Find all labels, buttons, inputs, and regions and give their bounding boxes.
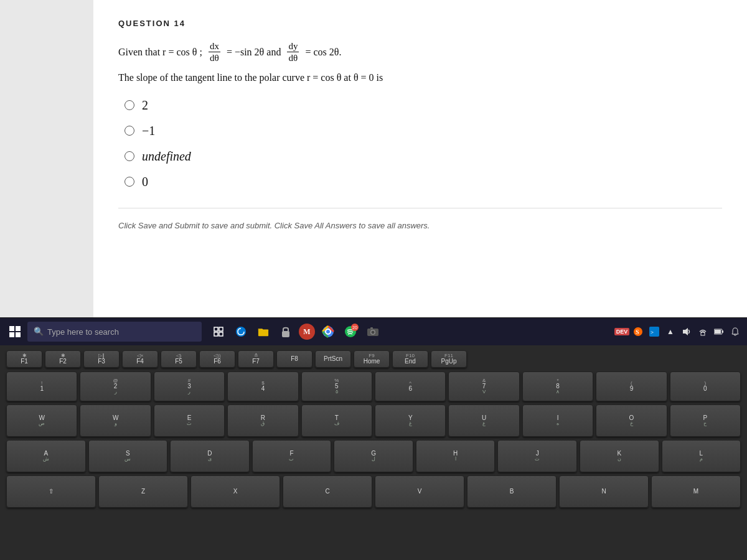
fn-row: ✱ F1 ✱ F2 ▷‖ F3 ◁× F4 ◁) F5 ◁)) F6 ≛ F7 … (6, 350, 741, 368)
key-f3[interactable]: ▷‖ F3 (83, 350, 120, 368)
key-l[interactable]: L م (662, 440, 741, 472)
key-o[interactable]: O خ (596, 404, 667, 437)
key-z[interactable]: Z (98, 475, 188, 508)
options-area: 2 −1 undefined 0 (125, 98, 722, 189)
key-a-arabic: ش (43, 457, 49, 462)
option-row-0: 0 (125, 175, 722, 189)
key-u[interactable]: U ع (448, 404, 519, 437)
key-home[interactable]: F9 Home (354, 350, 390, 368)
key-x[interactable]: X (190, 475, 280, 508)
edge-browser-icon[interactable] (232, 322, 250, 341)
key-y[interactable]: Y غ (375, 404, 446, 437)
key-3[interactable]: # 3 ر (154, 371, 225, 401)
key-d[interactable]: D ی (170, 440, 250, 472)
key-k-arabic: ن (618, 457, 621, 462)
key-w[interactable]: W و (80, 404, 151, 437)
key-0[interactable]: ) 0 (670, 371, 741, 401)
key-f8-main: F8 (291, 356, 298, 362)
mail-icon[interactable]: M (299, 324, 315, 340)
option-label-undefined: undefined (142, 149, 191, 164)
key-f7[interactable]: ≛ F7 (238, 350, 274, 368)
key-l-arabic: م (700, 457, 703, 462)
save-submit-text: Click Save and Submit to save and submit… (118, 208, 722, 230)
radio-option-2[interactable] (125, 100, 134, 110)
key-q[interactable]: W ص (6, 404, 77, 437)
key-g[interactable]: G ل (334, 440, 413, 472)
key-r-arabic: ق (261, 421, 265, 426)
key-f[interactable]: F ب (252, 440, 332, 472)
radio-option-undefined[interactable] (125, 151, 134, 161)
given-line: Given that r = cos θ ; dx dθ = −sin 2θ a… (118, 40, 722, 63)
svg-text:S: S (636, 329, 639, 335)
option-label-neg1: −1 (142, 124, 155, 138)
key-f5[interactable]: ◁) F5 (161, 350, 197, 368)
key-k[interactable]: K ن (580, 440, 659, 472)
key-t[interactable]: T ف (301, 404, 372, 437)
key-9[interactable]: ( 9 (596, 371, 667, 401)
key-j[interactable]: J ت (497, 440, 577, 472)
key-f8[interactable]: F8 (276, 350, 312, 368)
key-h[interactable]: H ا (416, 440, 496, 472)
radio-option-neg1[interactable] (125, 126, 134, 136)
key-b[interactable]: B (467, 475, 557, 508)
key-f2[interactable]: ✱ F2 (45, 350, 81, 368)
key-f1[interactable]: ✱ F1 (6, 350, 42, 368)
key-shift-left-main: ⇧ (49, 488, 54, 495)
key-r[interactable]: R ق (227, 404, 298, 437)
key-2[interactable]: @ 2 ر (80, 371, 151, 401)
notification-icon[interactable] (728, 325, 742, 338)
vscode-icon[interactable]: > (647, 325, 661, 338)
taskbar-right: DEV S > ▲ (615, 325, 742, 338)
key-shift-left[interactable]: ⇧ (6, 475, 96, 508)
key-8[interactable]: * 8 ∧ (522, 371, 593, 401)
taskbar-icons: M 20 (209, 322, 382, 341)
key-f6[interactable]: ◁)) F6 (199, 350, 235, 368)
key-6[interactable]: ^ 6 (375, 371, 446, 401)
key-o-arabic: خ (630, 421, 633, 426)
speaker-icon[interactable] (680, 325, 693, 338)
key-end[interactable]: F10 End (392, 350, 428, 368)
chevron-up-icon[interactable]: ▲ (664, 325, 677, 338)
key-w-arabic: و (115, 421, 117, 426)
spotify-icon[interactable]: 20 (341, 322, 360, 341)
task-view-button[interactable] (209, 322, 228, 341)
key-5[interactable]: % 5 ٥ (301, 371, 372, 401)
number-row: ! 1 @ 2 ر # 3 ر $ 4 % 5 ٥ ^ 6 & 7 V (6, 371, 741, 401)
key-7[interactable]: & 7 V (448, 371, 519, 401)
lock-icon[interactable] (276, 322, 295, 341)
key-i[interactable]: I ه (522, 404, 593, 437)
key-c[interactable]: C (283, 475, 372, 508)
antivirus-icon[interactable]: S (631, 325, 645, 338)
key-4[interactable]: $ 4 (227, 371, 298, 401)
camera-icon[interactable] (364, 322, 382, 341)
key-g-arabic: ل (372, 457, 375, 462)
network-icon[interactable] (696, 325, 710, 338)
key-s[interactable]: S س (88, 440, 168, 472)
key-1[interactable]: ! 1 (6, 371, 77, 401)
key-1-main: 1 (40, 386, 44, 392)
svg-marker-23 (683, 328, 688, 335)
svg-rect-4 (214, 327, 218, 331)
key-p[interactable]: P ح (670, 404, 741, 437)
dy-numerator: dy (287, 40, 299, 52)
key-8-arabic: ∧ (556, 390, 560, 394)
radio-option-0[interactable] (125, 177, 134, 187)
dx-fraction: dx dθ (209, 40, 220, 63)
key-a[interactable]: A ش (6, 440, 86, 472)
start-button[interactable] (5, 322, 25, 342)
left-panel (0, 0, 93, 317)
key-n-main: N (601, 488, 606, 495)
key-f4[interactable]: ◁× F4 (122, 350, 158, 368)
key-m[interactable]: M (651, 475, 741, 508)
key-f4-main: F4 (136, 358, 144, 365)
key-pgup[interactable]: F11 PgUp (431, 350, 467, 368)
battery-icon[interactable] (712, 325, 726, 338)
key-n[interactable]: N (559, 475, 649, 508)
chrome-icon[interactable] (319, 322, 337, 341)
key-v[interactable]: V (375, 475, 464, 508)
key-e[interactable]: E ث (154, 404, 225, 437)
file-explorer-icon[interactable] (254, 322, 273, 341)
search-bar[interactable]: 🔍 Type here to search (27, 322, 202, 342)
key-home-main: Home (364, 358, 380, 365)
key-prtscn[interactable]: PrtScn (315, 350, 351, 368)
